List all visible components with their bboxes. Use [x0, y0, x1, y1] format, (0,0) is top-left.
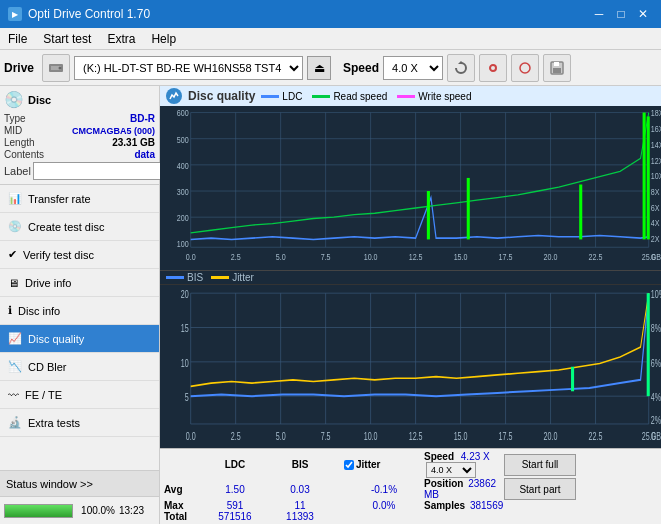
stats-footer: LDC BIS Jitter Speed 4.23 X 4.0 X	[160, 448, 661, 524]
svg-text:600: 600	[177, 109, 189, 119]
disc-quality-header: Disc quality LDC Read speed Write speed	[160, 86, 661, 106]
progress-area: 100.0% 13:23	[0, 496, 159, 524]
menu-help[interactable]: Help	[143, 28, 184, 49]
disc-info-icon: ℹ	[8, 304, 12, 317]
progress-bar	[4, 504, 73, 518]
bis-avg: 0.03	[270, 484, 330, 495]
svg-text:10.0: 10.0	[364, 253, 378, 263]
max-label: Max	[164, 500, 200, 511]
start-part-button[interactable]: Start part	[504, 478, 576, 500]
start-full-button[interactable]: Start full	[504, 454, 576, 476]
disc-panel: 💿 Disc Type BD-R MID CMCMAGBA5 (000) Len…	[0, 86, 159, 185]
svg-text:5.0: 5.0	[276, 429, 286, 442]
maximize-button[interactable]: □	[611, 4, 631, 24]
status-window-button[interactable]: Status window >>	[0, 470, 159, 496]
jitter-label: Jitter	[356, 459, 380, 470]
drive-info-label: Drive info	[25, 277, 71, 289]
stats-max-row: Max 591 11 0.0% Samples 381569	[164, 500, 657, 511]
position-label: Position	[424, 478, 463, 489]
speed-col-select[interactable]: 4.0 X	[426, 462, 476, 478]
menu-file[interactable]: File	[0, 28, 35, 49]
stats-avg-row: Avg 1.50 0.03 -0.1% Position 23862 MB St…	[164, 478, 657, 500]
legend-write-speed: Write speed	[397, 91, 471, 102]
legend-ldc-color	[261, 95, 279, 98]
close-button[interactable]: ✕	[633, 4, 653, 24]
sidebar-item-transfer-rate[interactable]: 📊 Transfer rate	[0, 185, 159, 213]
cd-bler-label: CD Bler	[28, 361, 67, 373]
stats-total-row: Total 571516 11393	[164, 511, 657, 522]
settings-icon-btn[interactable]	[479, 54, 507, 82]
svg-text:400: 400	[177, 161, 189, 171]
progress-percent: 100.0%	[77, 505, 115, 516]
jitter-checkbox-label[interactable]: Jitter	[344, 459, 424, 470]
speed-header-area: Speed 4.23 X 4.0 X	[424, 451, 504, 478]
save-icon-btn[interactable]	[543, 54, 571, 82]
app-icon: ▶	[8, 7, 22, 21]
refresh-icon-btn[interactable]	[447, 54, 475, 82]
sidebar-item-fe-te[interactable]: 〰 FE / TE	[0, 381, 159, 409]
svg-rect-56	[647, 116, 650, 239]
sidebar-item-disc-info[interactable]: ℹ Disc info	[0, 297, 159, 325]
eject-button[interactable]: ⏏	[307, 56, 331, 80]
disc-contents-label: Contents	[4, 149, 44, 160]
progress-time: 13:23	[119, 505, 155, 516]
legend-ldc: LDC	[261, 91, 302, 102]
svg-point-4	[490, 65, 496, 71]
jitter-checkbox[interactable]	[344, 460, 354, 470]
extra-tests-icon: 🔬	[8, 416, 22, 429]
sidebar-item-verify-test-disc[interactable]: ✔ Verify test disc	[0, 241, 159, 269]
svg-text:14X: 14X	[651, 140, 661, 150]
bis-header: BIS	[270, 459, 330, 470]
transfer-rate-label: Transfer rate	[28, 193, 91, 205]
minimize-button[interactable]: ─	[589, 4, 609, 24]
sidebar-item-create-test-disc[interactable]: 💿 Create test disc	[0, 213, 159, 241]
cd-bler-icon: 📉	[8, 360, 22, 373]
menu-extra[interactable]: Extra	[99, 28, 143, 49]
speed-select[interactable]: 4.0 X	[383, 56, 443, 80]
disc-label-input[interactable]	[33, 162, 166, 180]
svg-rect-53	[427, 191, 430, 239]
sidebar-item-disc-quality[interactable]: 📈 Disc quality	[0, 325, 159, 353]
avg-label: Avg	[164, 484, 200, 495]
app-title: Opti Drive Control 1.70	[28, 7, 150, 21]
svg-text:0.0: 0.0	[186, 253, 196, 263]
disc-mid-row: MID CMCMAGBA5 (000)	[4, 125, 155, 136]
legend-jitter: Jitter	[211, 272, 254, 283]
svg-text:5.0: 5.0	[276, 253, 286, 263]
status-window-label: Status window >>	[6, 478, 93, 490]
menu-start-test[interactable]: Start test	[35, 28, 99, 49]
sidebar-item-extra-tests[interactable]: 🔬 Extra tests	[0, 409, 159, 437]
dq-icon	[166, 88, 182, 104]
jitter-header: Jitter	[344, 459, 424, 470]
svg-text:6%: 6%	[651, 355, 661, 368]
legend-ldc-label: LDC	[282, 91, 302, 102]
jitter-avg: -0.1%	[344, 484, 424, 495]
ldc-total: 571516	[200, 511, 270, 522]
sidebar-item-drive-info[interactable]: 🖥 Drive info	[0, 269, 159, 297]
bis-chart-svg: 20 15 10 5 0.0 2.5 5.0 7.5 10.0 12.5 15.…	[160, 285, 661, 449]
svg-text:500: 500	[177, 135, 189, 145]
create-disc-label: Create test disc	[28, 221, 104, 233]
legend-bis: BIS	[166, 272, 203, 283]
main-layout: 💿 Disc Type BD-R MID CMCMAGBA5 (000) Len…	[0, 86, 661, 524]
disc-contents-row: Contents data	[4, 149, 155, 160]
svg-text:15.0: 15.0	[454, 429, 468, 442]
svg-rect-7	[553, 68, 561, 73]
info-icon-btn[interactable]	[511, 54, 539, 82]
drive-select[interactable]: (K:) HL-DT-ST BD-RE WH16NS58 TST4	[74, 56, 303, 80]
titlebar-controls[interactable]: ─ □ ✕	[589, 4, 653, 24]
disc-type-value: BD-R	[130, 113, 155, 124]
disc-quality-label: Disc quality	[28, 333, 84, 345]
samples-value: 381569	[470, 500, 503, 511]
svg-text:16X: 16X	[651, 124, 661, 134]
svg-text:2.5: 2.5	[231, 429, 241, 442]
titlebar: ▶ Opti Drive Control 1.70 ─ □ ✕	[0, 0, 661, 28]
svg-text:7.5: 7.5	[321, 253, 331, 263]
sidebar-item-cd-bler[interactable]: 📉 CD Bler	[0, 353, 159, 381]
toolbar: Drive (K:) HL-DT-ST BD-RE WH16NS58 TST4 …	[0, 50, 661, 86]
disc-icon: 💿	[4, 90, 24, 109]
svg-text:20.0: 20.0	[544, 253, 558, 263]
ldc-max: 591	[200, 500, 270, 511]
total-label: Total	[164, 511, 200, 522]
samples-area: Samples 381569	[424, 500, 504, 511]
